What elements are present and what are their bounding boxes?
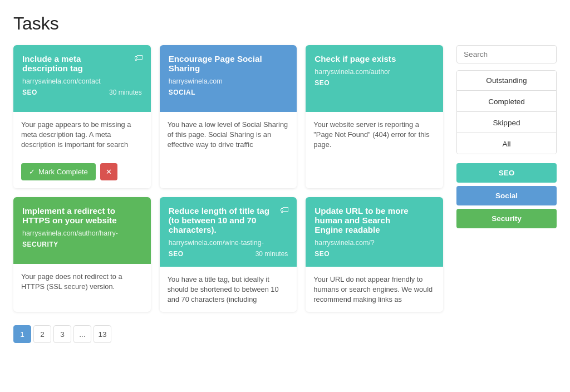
card-title: Reduce length of title tag (to between 1… [169, 206, 288, 234]
tag-icon: 🏷 [134, 53, 143, 63]
filter-skipped-button[interactable]: Skipped [457, 113, 556, 133]
card-header: Check if page exists harryswinela.com/au… [306, 45, 443, 112]
search-input[interactable] [456, 45, 557, 63]
pagination-ellipsis: ... [73, 325, 91, 343]
check-icon: ✓ [29, 168, 35, 176]
status-filter-group: OutstandingCompletedSkippedAll [456, 70, 557, 154]
card-time: 30 minutes [255, 250, 288, 258]
mark-complete-label: Mark Complete [38, 168, 88, 176]
card-body: Your URL do not appear friendly to human… [306, 267, 443, 312]
card-meta: SEO [315, 250, 434, 258]
card-description: Your URL do not appear friendly to human… [313, 275, 435, 305]
card-meta: SEO 30 minutes [169, 250, 288, 258]
card-tag: SEO [169, 250, 184, 258]
card-meta: SECURITY [22, 241, 142, 248]
card-body: Your page appears to be missing a meta d… [13, 112, 151, 158]
card-url: harryswinela.com [169, 77, 288, 85]
card-body: You have a low level of Social Sharing o… [160, 112, 297, 158]
card-tag: SEO [315, 79, 330, 87]
card-meta: SEO [315, 79, 434, 87]
main-content: 🏷 Include a meta description tag harrysw… [13, 45, 443, 343]
task-grid: 🏷 Include a meta description tag harrysw… [13, 45, 443, 312]
card-description: You have a title tag, but ideally it sho… [168, 275, 289, 305]
tag-icon: 🏷 [280, 205, 289, 215]
card-title: Update URL to be more human and Search E… [315, 206, 434, 234]
card-description: You have a low level of Social Sharing o… [168, 120, 289, 150]
card-actions: ✓ Mark Complete ✕ [13, 158, 151, 188]
card-body: Your website server is reporting a "Page… [306, 112, 443, 158]
card-body: You have a title tag, but ideally it sho… [160, 267, 297, 312]
page-3-button[interactable]: 3 [53, 325, 71, 343]
card-url: harryswinela.com/contact [22, 77, 142, 85]
category-seo-button[interactable]: SEO [456, 163, 557, 183]
card-tag: SOCIAL [169, 89, 195, 96]
card-url: harryswinela.com/? [315, 239, 434, 247]
card-tag: SEO [22, 89, 37, 96]
card-title: Implement a redirect to HTTPS on your we… [22, 206, 142, 225]
card-url: harryswinela.com/author/harry- [22, 229, 142, 237]
category-filter-group: SEOSocialSecurity [456, 163, 557, 228]
task-card: Implement a redirect to HTTPS on your we… [13, 197, 151, 312]
card-header: 🏷 Reduce length of title tag (to between… [160, 197, 297, 267]
card-url: harryswinela.com/author [315, 68, 434, 76]
card-description: Your website server is reporting a "Page… [313, 120, 435, 150]
card-description: Your page does not redirect to a HTTPS (… [21, 272, 143, 292]
card-title: Encourage Page Social Sharing [169, 54, 288, 73]
card-time: 30 minutes [109, 89, 142, 96]
card-url: harryswinela.com/wine-tasting- [169, 239, 288, 247]
page-13-button[interactable]: 13 [94, 325, 111, 343]
dismiss-icon: ✕ [106, 168, 112, 176]
pagination: 123...13 [13, 325, 443, 343]
task-card: Encourage Page Social Sharing harryswine… [160, 45, 297, 188]
card-header: Encourage Page Social Sharing harryswine… [160, 45, 297, 112]
card-body: Your page does not redirect to a HTTPS (… [13, 264, 151, 308]
page-1-button[interactable]: 1 [13, 325, 31, 343]
page-title: Tasks [13, 13, 557, 34]
card-tag: SECURITY [22, 241, 58, 248]
card-description: Your page appears to be missing a meta d… [21, 120, 143, 150]
category-security-button[interactable]: Security [456, 209, 557, 228]
mark-complete-button[interactable]: ✓ Mark Complete [21, 163, 96, 180]
task-card: Update URL to be more human and Search E… [306, 197, 443, 312]
filter-completed-button[interactable]: Completed [457, 92, 556, 112]
task-card: Check if page exists harryswinela.com/au… [306, 45, 443, 188]
category-social-button[interactable]: Social [456, 186, 557, 205]
card-meta: SOCIAL [169, 89, 288, 96]
sidebar: OutstandingCompletedSkippedAll SEOSocial… [456, 45, 557, 343]
card-meta: SEO 30 minutes [22, 89, 142, 96]
page-2-button[interactable]: 2 [33, 325, 51, 343]
filter-outstanding-button[interactable]: Outstanding [457, 71, 556, 91]
card-header: 🏷 Include a meta description tag harrysw… [13, 45, 151, 112]
card-title: Include a meta description tag [22, 54, 142, 73]
card-header: Implement a redirect to HTTPS on your we… [13, 197, 151, 264]
task-card: 🏷 Reduce length of title tag (to between… [160, 197, 297, 312]
card-title: Check if page exists [315, 54, 434, 63]
filter-all-button[interactable]: All [457, 134, 556, 154]
card-header: Update URL to be more human and Search E… [306, 197, 443, 267]
task-card: 🏷 Include a meta description tag harrysw… [13, 45, 151, 188]
card-tag: SEO [315, 250, 330, 258]
dismiss-button[interactable]: ✕ [100, 163, 117, 180]
